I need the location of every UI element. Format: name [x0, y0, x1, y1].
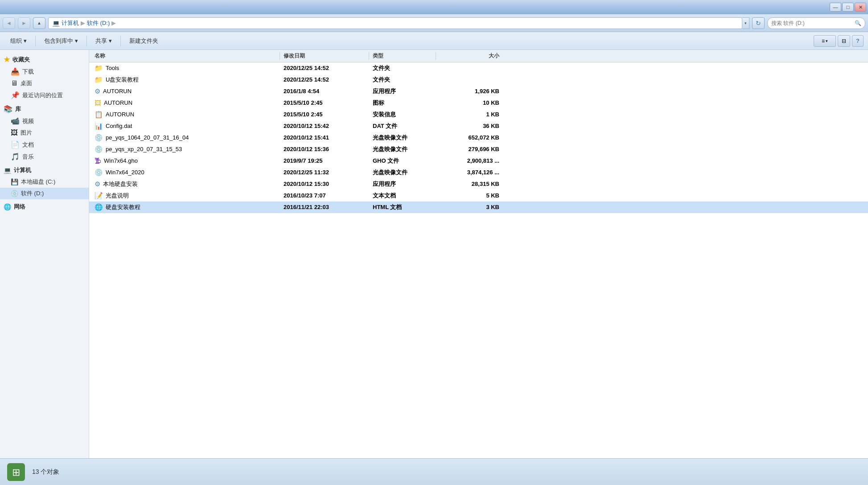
- file-size: 3 KB: [436, 204, 503, 210]
- up-button[interactable]: ▲: [33, 17, 45, 29]
- toolbar-separator-3: [120, 36, 121, 46]
- table-row[interactable]: 💿 pe_yqs_xp_20_07_31_15_53 2020/10/12 15…: [89, 144, 868, 155]
- file-type: 文本文档: [369, 192, 436, 200]
- table-row[interactable]: ⚙ 本地硬盘安装 2020/10/12 15:30 应用程序 28,315 KB: [89, 178, 868, 190]
- file-type: DAT 文件: [369, 122, 436, 130]
- table-row[interactable]: 📁 U盘安装教程 2020/12/25 14:52 文件夹: [89, 74, 868, 86]
- file-date: 2020/12/25 11:32: [280, 169, 369, 176]
- minimize-button[interactable]: —: [830, 3, 841, 12]
- table-row[interactable]: 📝 光盘说明 2016/10/23 7:07 文本文档 5 KB: [89, 190, 868, 201]
- file-name: U盘安装教程: [106, 76, 139, 84]
- file-size: 10 KB: [436, 99, 503, 106]
- breadcrumb-drive[interactable]: 软件 (D:): [87, 19, 110, 27]
- view-icon: ≡: [822, 38, 825, 44]
- table-row[interactable]: 🌐 硬盘安装教程 2016/11/21 22:03 HTML 文档 3 KB: [89, 201, 868, 213]
- file-date: 2020/10/12 15:30: [280, 181, 369, 187]
- back-button[interactable]: ◄: [3, 17, 15, 29]
- help-button[interactable]: ?: [852, 35, 864, 47]
- recent-icon: 📌: [11, 91, 20, 99]
- maximize-button[interactable]: □: [842, 3, 854, 12]
- sidebar-item-video[interactable]: 📹 视频: [0, 115, 89, 127]
- file-name: Config.dat: [106, 123, 132, 129]
- picture-label: 图片: [21, 129, 32, 137]
- file-type: 应用程序: [369, 180, 436, 188]
- sidebar-header-network: 🌐 网络: [0, 201, 89, 213]
- download-label: 下载: [22, 68, 34, 76]
- file-icon: 🗜: [95, 157, 101, 164]
- sidebar-item-desktop[interactable]: 🖥 桌面: [0, 78, 89, 89]
- search-icon[interactable]: 🔍: [855, 20, 861, 26]
- document-label: 文档: [22, 141, 34, 149]
- table-row[interactable]: 🖼 AUTORUN 2015/5/10 2:45 图标 10 KB: [89, 97, 868, 109]
- sidebar-item-drive-d[interactable]: 💿 软件 (D:): [0, 188, 89, 199]
- svg-text:⊞: ⊞: [12, 467, 20, 478]
- view-button[interactable]: ≡ ▾: [814, 35, 836, 47]
- file-name: 硬盘安装教程: [106, 203, 140, 211]
- breadcrumb-icon: 💻: [52, 20, 60, 27]
- favorites-icon: ★: [4, 55, 10, 64]
- main-content: ★ 收藏夹 📥 下载 🖥 桌面 📌 最近访问的位置 📚 库: [0, 50, 868, 458]
- file-icon: 💿: [95, 169, 103, 177]
- search-input[interactable]: [771, 20, 853, 26]
- address-dropdown-button[interactable]: ▾: [742, 17, 749, 29]
- file-type: 光盘映像文件: [369, 145, 436, 153]
- file-name: pe_yqs_1064_20_07_31_16_04: [106, 134, 189, 141]
- file-date: 2016/1/8 4:54: [280, 88, 369, 95]
- col-header-type[interactable]: 类型: [369, 52, 436, 60]
- table-row[interactable]: 📋 AUTORUN 2015/5/10 2:45 安装信息 1 KB: [89, 109, 868, 120]
- file-size: 652,072 KB: [436, 134, 503, 141]
- table-row[interactable]: 🗜 Win7x64.gho 2019/9/7 19:25 GHO 文件 2,90…: [89, 155, 868, 167]
- sidebar-item-drive-c[interactable]: 💾 本地磁盘 (C:): [0, 176, 89, 188]
- table-row[interactable]: 💿 Win7x64_2020 2020/12/25 11:32 光盘映像文件 3…: [89, 167, 868, 178]
- table-row[interactable]: 💿 pe_yqs_1064_20_07_31_16_04 2020/10/12 …: [89, 132, 868, 144]
- video-icon: 📹: [11, 117, 20, 125]
- sidebar-item-recent[interactable]: 📌 最近访问的位置: [0, 89, 89, 101]
- sidebar: ★ 收藏夹 📥 下载 🖥 桌面 📌 最近访问的位置 📚 库: [0, 50, 89, 458]
- status-count: 13 个对象: [32, 468, 59, 476]
- sidebar-item-download[interactable]: 📥 下载: [0, 66, 89, 78]
- drive-c-label: 本地磁盘 (C:): [21, 178, 55, 186]
- archive-button[interactable]: 包含到库中 ▾: [38, 34, 84, 48]
- col-header-size[interactable]: 大小: [436, 52, 503, 60]
- file-type: 文件夹: [369, 76, 436, 84]
- download-icon: 📥: [11, 67, 20, 76]
- forward-button[interactable]: ►: [18, 17, 30, 29]
- file-type: 应用程序: [369, 87, 436, 95]
- sidebar-header-library: 📚 库: [0, 103, 89, 115]
- table-row[interactable]: 📁 Tools 2020/12/25 14:52 文件夹: [89, 62, 868, 74]
- close-button[interactable]: ✕: [855, 3, 866, 12]
- file-date: 2015/5/10 2:45: [280, 111, 369, 118]
- col-header-name[interactable]: 名称: [93, 52, 280, 60]
- table-row[interactable]: 📊 Config.dat 2020/10/12 15:42 DAT 文件 36 …: [89, 120, 868, 132]
- sidebar-item-document[interactable]: 📄 文档: [0, 139, 89, 151]
- share-button[interactable]: 共享 ▾: [90, 34, 118, 48]
- file-icon: ⚙: [95, 87, 100, 95]
- document-icon: 📄: [11, 140, 20, 149]
- breadcrumb-computer[interactable]: 计算机: [62, 19, 79, 27]
- library-label: 库: [15, 105, 21, 113]
- file-name: Tools: [106, 65, 119, 71]
- drive-d-icon: 💿: [11, 190, 18, 197]
- file-size: 36 KB: [436, 123, 503, 129]
- file-date: 2020/10/12 15:36: [280, 146, 369, 152]
- file-date: 2016/10/23 7:07: [280, 192, 369, 199]
- file-icon: 💿: [95, 145, 103, 153]
- archive-label: 包含到库中: [44, 37, 73, 45]
- file-type: GHO 文件: [369, 157, 436, 165]
- preview-pane-button[interactable]: ⊟: [838, 35, 850, 47]
- network-icon: 🌐: [4, 203, 11, 210]
- organize-button[interactable]: 组织 ▾: [4, 34, 33, 48]
- table-row[interactable]: ⚙ AUTORUN 2016/1/8 4:54 应用程序 1,926 KB: [89, 86, 868, 97]
- sidebar-item-picture[interactable]: 🖼 图片: [0, 127, 89, 139]
- sidebar-item-music[interactable]: 🎵 音乐: [0, 151, 89, 163]
- file-name: 本地硬盘安装: [103, 180, 138, 188]
- share-label: 共享: [95, 37, 107, 45]
- file-type: HTML 文档: [369, 203, 436, 211]
- file-list: 📁 Tools 2020/12/25 14:52 文件夹 📁 U盘安装教程 20…: [89, 62, 868, 458]
- new-folder-button[interactable]: 新建文件夹: [123, 34, 164, 48]
- file-type: 安装信息: [369, 111, 436, 119]
- recent-label: 最近访问的位置: [22, 91, 63, 99]
- col-header-date[interactable]: 修改日期: [280, 52, 369, 60]
- refresh-button[interactable]: ↻: [752, 17, 765, 29]
- toolbar-separator-1: [35, 36, 36, 46]
